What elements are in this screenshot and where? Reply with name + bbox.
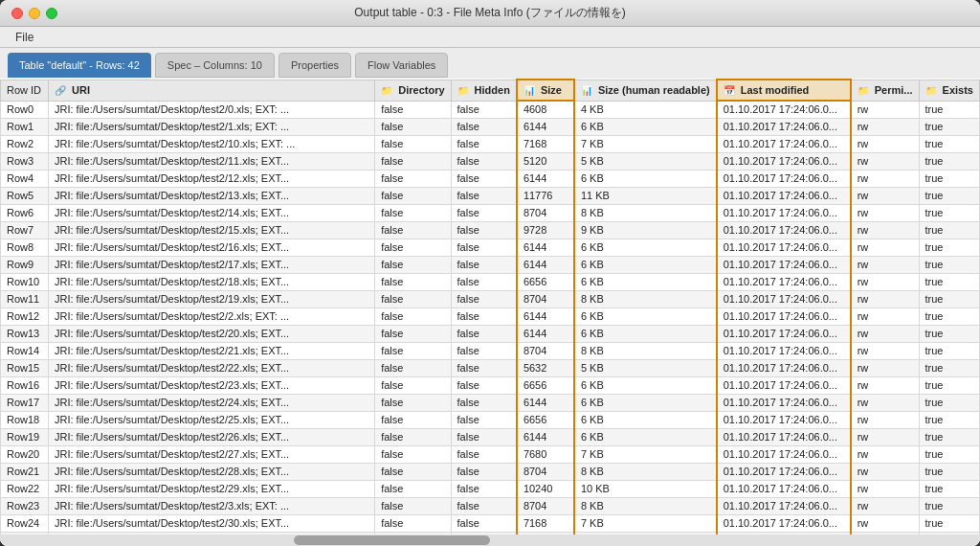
close-button[interactable] [11,8,23,19]
cell-last-modified: 01.10.2017 17:24:06.0... [717,239,851,256]
cell-uri: JRI: file:/Users/sumtat/Desktop/test2/29… [49,480,375,497]
cell-row-id: Row5 [1,187,49,204]
table-row: Row14 JRI: file:/Users/sumtat/Desktop/te… [1,342,980,359]
cell-uri: JRI: file:/Users/sumtat/Desktop/test2/2.… [49,307,375,325]
cell-permissions: rw [851,204,919,221]
cell-hidden: false [451,170,517,187]
cell-size: 7168 [517,514,574,532]
menu-file[interactable]: File [8,29,41,46]
cell-uri: JRI: file:/Users/sumtat/Desktop/test2/18… [49,273,375,290]
cell-directory: false [375,445,451,463]
cell-size-readable: 6 KB [574,170,717,187]
th-row-id-label: Row ID [7,84,41,96]
th-exists[interactable]: 📁 Exists [919,80,979,101]
cell-row-id: Row0 [1,101,49,118]
cell-size: 10240 [517,480,574,497]
tab-flow-variables[interactable]: Flow Variables [355,53,448,78]
minimize-button[interactable] [29,8,40,19]
cell-hidden: false [451,273,517,290]
cell-permissions: rw [851,411,919,428]
cell-uri: JRI: file:/Users/sumtat/Desktop/test2/30… [49,514,375,532]
cell-hidden: false [451,359,517,376]
uri-icon: 🔗 [55,85,66,96]
cell-last-modified: 01.10.2017 17:24:06.0... [717,394,851,411]
cell-last-modified: 01.10.2017 17:24:06.0... [717,411,851,428]
cell-hidden: false [451,394,517,411]
cell-permissions: rw [851,445,919,463]
cell-size: 6144 [517,307,574,325]
cell-exists: true [919,480,979,497]
cell-permissions: rw [851,256,919,273]
tab-properties[interactable]: Properties [278,53,351,78]
table-row: Row21 JRI: file:/Users/sumtat/Desktop/te… [1,463,980,480]
cell-directory: false [375,290,451,307]
cell-size-readable: 5 KB [574,359,717,376]
cell-uri: JRI: file:/Users/sumtat/Desktop/test2/21… [49,342,375,359]
th-last-modified-label: Last modified [741,84,810,96]
cell-permissions: rw [851,101,919,118]
table-row: Row3 JRI: file:/Users/sumtat/Desktop/tes… [1,152,980,170]
cell-row-id: Row12 [1,307,49,325]
cell-exists: true [919,376,979,394]
table-row: Row7 JRI: file:/Users/sumtat/Desktop/tes… [1,221,980,239]
th-hidden[interactable]: 📁 Hidden [451,80,517,101]
th-row-id[interactable]: Row ID [1,80,49,101]
cell-size: 6144 [517,325,574,342]
cell-hidden: false [451,376,517,394]
cell-row-id: Row16 [1,376,49,394]
cell-size-readable: 5 KB [574,152,717,170]
cell-size-readable: 6 KB [574,307,717,325]
cell-directory: false [375,170,451,187]
cell-last-modified: 01.10.2017 17:24:06.0... [717,170,851,187]
cell-hidden: false [451,290,517,307]
table-row: Row20 JRI: file:/Users/sumtat/Desktop/te… [1,445,980,463]
cell-uri: JRI: file:/Users/sumtat/Desktop/test2/15… [49,221,375,239]
th-last-modified[interactable]: 📅 Last modified [717,80,851,101]
th-directory-label: Directory [398,84,444,96]
cell-size-readable: 6 KB [574,239,717,256]
cell-row-id: Row17 [1,394,49,411]
maximize-button[interactable] [46,8,57,19]
cell-directory: false [375,394,451,411]
tab-spec-columns[interactable]: Spec – Columns: 10 [155,53,275,78]
title-bar: Output table - 0:3 - File Meta Info (ファイ… [0,0,980,27]
cell-size-readable: 4 KB [574,101,717,118]
table-row: Row24 JRI: file:/Users/sumtat/Desktop/te… [1,514,980,532]
cell-row-id: Row4 [1,170,49,187]
cell-hidden: false [451,325,517,342]
cell-last-modified: 01.10.2017 17:24:06.0... [717,256,851,273]
th-directory[interactable]: 📁 Directory [375,80,451,101]
th-size-readable[interactable]: 📊 Size (human readable) [574,80,717,101]
cell-hidden: false [451,445,517,463]
table-scroll[interactable]: Row ID 🔗 URI 📁 Directory 📁 Hidden [0,79,980,535]
scrollbar-thumb[interactable] [294,535,490,545]
cell-size-readable: 7 KB [574,445,717,463]
cell-permissions: rw [851,135,919,152]
horizontal-scrollbar[interactable] [0,535,980,546]
cell-permissions: rw [851,359,919,376]
cell-row-id: Row6 [1,204,49,221]
table-row: Row0 JRI: file:/Users/sumtat/Desktop/tes… [1,101,980,118]
cell-size: 8704 [517,497,574,514]
cell-size-readable: 6 KB [574,411,717,428]
th-uri[interactable]: 🔗 URI [49,80,375,101]
cell-size-readable: 8 KB [574,463,717,480]
th-size-label: Size [541,84,562,96]
th-permissions-label: Permi... [875,84,913,96]
cell-size: 4608 [517,101,574,118]
th-size[interactable]: 📊 Size [517,80,574,101]
th-permissions[interactable]: 📁 Permi... [851,80,919,101]
cell-last-modified: 01.10.2017 17:24:06.0... [717,445,851,463]
cell-exists: true [919,256,979,273]
cell-size-readable: 6 KB [574,325,717,342]
directory-icon: 📁 [381,85,392,96]
cell-uri: JRI: file:/Users/sumtat/Desktop/test2/0.… [49,101,375,118]
cell-directory: false [375,152,451,170]
cell-size-readable: 6 KB [574,394,717,411]
cell-size-readable: 8 KB [574,204,717,221]
cell-size: 7680 [517,445,574,463]
cell-uri: JRI: file:/Users/sumtat/Desktop/test2/16… [49,239,375,256]
table-row: Row13 JRI: file:/Users/sumtat/Desktop/te… [1,325,980,342]
tab-table-default[interactable]: Table "default" - Rows: 42 [8,53,151,78]
cell-hidden: false [451,221,517,239]
